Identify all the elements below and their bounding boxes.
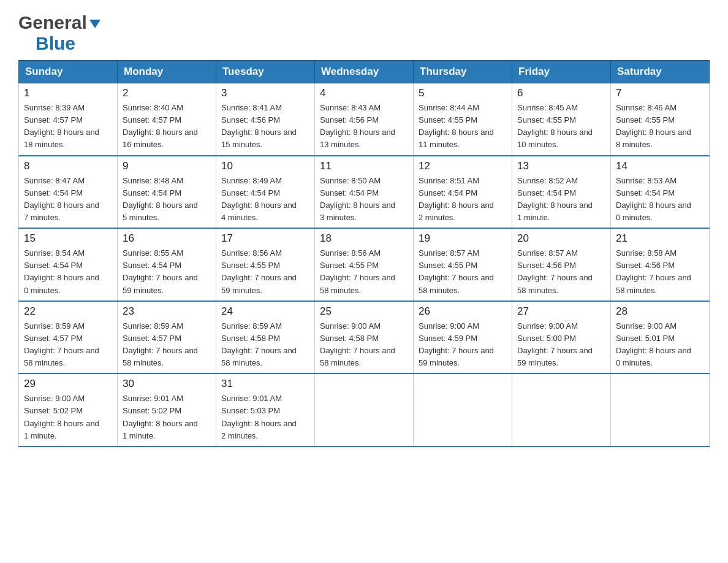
day-info: Sunrise: 9:00 AM Sunset: 5:00 PM Dayligh…: [517, 320, 605, 370]
sunset-label: Sunset: 4:58 PM: [221, 334, 280, 343]
day-number: 2: [123, 87, 211, 99]
day-info: Sunrise: 8:45 AM Sunset: 4:55 PM Dayligh…: [517, 102, 605, 151]
daylight-label: Daylight: 8 hours and: [221, 419, 297, 428]
calendar-header: Sunday Monday Tuesday Wednesday Thursday…: [19, 61, 710, 83]
sunrise-label: Sunrise: 8:45 AM: [517, 103, 578, 112]
sunrise-label: Sunrise: 9:01 AM: [221, 394, 282, 403]
day-number: 17: [221, 232, 309, 245]
sunrise-label: Sunrise: 8:47 AM: [24, 176, 85, 185]
daylight-minutes: 10 minutes.: [517, 140, 558, 149]
calendar-day-cell: 30 Sunrise: 9:01 AM Sunset: 5:02 PM Dayl…: [118, 373, 216, 446]
sunset-label: Sunset: 5:03 PM: [221, 406, 280, 415]
svg-marker-0: [89, 20, 100, 28]
sunrise-label: Sunrise: 8:51 AM: [419, 176, 479, 185]
daylight-minutes: 1 minute.: [24, 431, 56, 440]
day-number: 19: [419, 232, 507, 245]
daylight-label: Daylight: 8 hours and: [221, 201, 297, 210]
calendar-day-cell: 23 Sunrise: 8:59 AM Sunset: 4:57 PM Dayl…: [118, 301, 216, 374]
sunset-label: Sunset: 4:55 PM: [221, 261, 280, 270]
day-number: 20: [517, 232, 605, 245]
sunset-label: Sunset: 4:55 PM: [419, 115, 477, 124]
day-number: 14: [616, 160, 704, 172]
daylight-minutes: 58 minutes.: [24, 358, 65, 367]
day-number: 9: [123, 160, 211, 172]
sunset-label: Sunset: 4:56 PM: [221, 115, 280, 124]
calendar-week-row: 22 Sunrise: 8:59 AM Sunset: 4:57 PM Dayl…: [19, 301, 710, 374]
calendar-day-cell: 31 Sunrise: 9:01 AM Sunset: 5:03 PM Dayl…: [216, 373, 315, 446]
sunrise-label: Sunrise: 8:46 AM: [616, 103, 677, 112]
calendar-day-cell: 21 Sunrise: 8:58 AM Sunset: 4:56 PM Dayl…: [611, 228, 710, 301]
daylight-label: Daylight: 7 hours and: [320, 346, 395, 355]
daylight-minutes: 0 minutes.: [24, 286, 61, 295]
daylight-minutes: 1 minute.: [123, 431, 155, 440]
daylight-minutes: 2 minutes.: [419, 213, 455, 222]
calendar-day-cell: 12 Sunrise: 8:51 AM Sunset: 4:54 PM Dayl…: [414, 156, 512, 229]
sunrise-label: Sunrise: 8:59 AM: [221, 321, 282, 331]
daylight-minutes: 58 minutes.: [517, 286, 558, 295]
day-number: 1: [24, 87, 112, 99]
sunset-label: Sunset: 4:57 PM: [123, 334, 181, 343]
day-info: Sunrise: 8:59 AM Sunset: 4:58 PM Dayligh…: [221, 320, 309, 370]
sunrise-label: Sunrise: 8:48 AM: [123, 176, 183, 185]
day-info: Sunrise: 8:52 AM Sunset: 4:54 PM Dayligh…: [517, 175, 605, 224]
calendar-week-row: 1 Sunrise: 8:39 AM Sunset: 4:57 PM Dayli…: [19, 83, 710, 156]
logo-general-text: General: [18, 12, 87, 33]
day-number: 23: [123, 305, 211, 318]
day-number: 25: [320, 305, 408, 318]
calendar-day-cell: [512, 373, 611, 446]
calendar-day-cell: 2 Sunrise: 8:40 AM Sunset: 4:57 PM Dayli…: [118, 83, 216, 156]
day-number: 8: [24, 160, 112, 172]
day-number: 30: [123, 378, 211, 390]
daylight-label: Daylight: 8 hours and: [517, 201, 593, 210]
daylight-label: Daylight: 7 hours and: [616, 273, 691, 282]
sunset-label: Sunset: 4:54 PM: [123, 188, 181, 197]
sunset-label: Sunset: 4:58 PM: [320, 334, 379, 343]
calendar-day-cell: 19 Sunrise: 8:57 AM Sunset: 4:55 PM Dayl…: [414, 228, 512, 301]
day-number: 16: [123, 232, 211, 245]
day-number: 28: [616, 305, 704, 318]
day-info: Sunrise: 8:48 AM Sunset: 4:54 PM Dayligh…: [123, 175, 211, 224]
sunset-label: Sunset: 4:55 PM: [419, 261, 477, 270]
logo-arrow-icon: [88, 17, 102, 31]
day-number: 24: [221, 305, 309, 318]
calendar-week-row: 8 Sunrise: 8:47 AM Sunset: 4:54 PM Dayli…: [19, 156, 710, 229]
daylight-minutes: 7 minutes.: [24, 213, 61, 222]
daylight-label: Daylight: 8 hours and: [419, 201, 494, 210]
sunrise-label: Sunrise: 9:01 AM: [123, 394, 183, 403]
daylight-minutes: 58 minutes.: [616, 286, 657, 295]
day-number: 15: [24, 232, 112, 245]
calendar-week-row: 29 Sunrise: 9:00 AM Sunset: 5:02 PM Dayl…: [19, 373, 710, 446]
day-info: Sunrise: 9:01 AM Sunset: 5:02 PM Dayligh…: [123, 393, 211, 442]
calendar-day-cell: 10 Sunrise: 8:49 AM Sunset: 4:54 PM Dayl…: [216, 156, 315, 229]
day-number: 22: [24, 305, 112, 318]
daylight-minutes: 15 minutes.: [221, 140, 262, 149]
day-info: Sunrise: 8:58 AM Sunset: 4:56 PM Dayligh…: [616, 247, 704, 297]
daylight-minutes: 59 minutes.: [419, 358, 460, 367]
sunrise-label: Sunrise: 8:56 AM: [320, 248, 381, 258]
sunrise-label: Sunrise: 8:54 AM: [24, 248, 85, 258]
sunset-label: Sunset: 4:57 PM: [24, 115, 83, 124]
daylight-label: Daylight: 7 hours and: [24, 346, 99, 355]
daylight-minutes: 3 minutes.: [320, 213, 357, 222]
sunset-label: Sunset: 4:57 PM: [24, 334, 83, 343]
calendar-day-cell: 29 Sunrise: 9:00 AM Sunset: 5:02 PM Dayl…: [19, 373, 118, 446]
calendar-day-cell: 25 Sunrise: 9:00 AM Sunset: 4:58 PM Dayl…: [315, 301, 414, 374]
daylight-label: Daylight: 8 hours and: [616, 346, 691, 355]
sunrise-label: Sunrise: 8:50 AM: [320, 176, 381, 185]
day-info: Sunrise: 8:59 AM Sunset: 4:57 PM Dayligh…: [123, 320, 211, 370]
calendar-table: Sunday Monday Tuesday Wednesday Thursday…: [18, 60, 710, 447]
calendar-week-row: 15 Sunrise: 8:54 AM Sunset: 4:54 PM Dayl…: [19, 228, 710, 301]
calendar-day-cell: 14 Sunrise: 8:53 AM Sunset: 4:54 PM Dayl…: [611, 156, 710, 229]
header-friday: Friday: [512, 61, 611, 83]
sunrise-label: Sunrise: 8:59 AM: [123, 321, 183, 331]
sunrise-label: Sunrise: 8:39 AM: [24, 103, 85, 112]
day-number: 26: [419, 305, 507, 318]
sunrise-label: Sunrise: 8:49 AM: [221, 176, 282, 185]
daylight-label: Daylight: 7 hours and: [320, 273, 395, 282]
day-number: 29: [24, 378, 112, 390]
daylight-minutes: 58 minutes.: [221, 358, 262, 367]
logo-blue-text: Blue: [36, 33, 75, 53]
day-info: Sunrise: 8:57 AM Sunset: 4:55 PM Dayligh…: [419, 247, 507, 297]
calendar-day-cell: 24 Sunrise: 8:59 AM Sunset: 4:58 PM Dayl…: [216, 301, 315, 374]
day-number: 5: [419, 87, 507, 99]
